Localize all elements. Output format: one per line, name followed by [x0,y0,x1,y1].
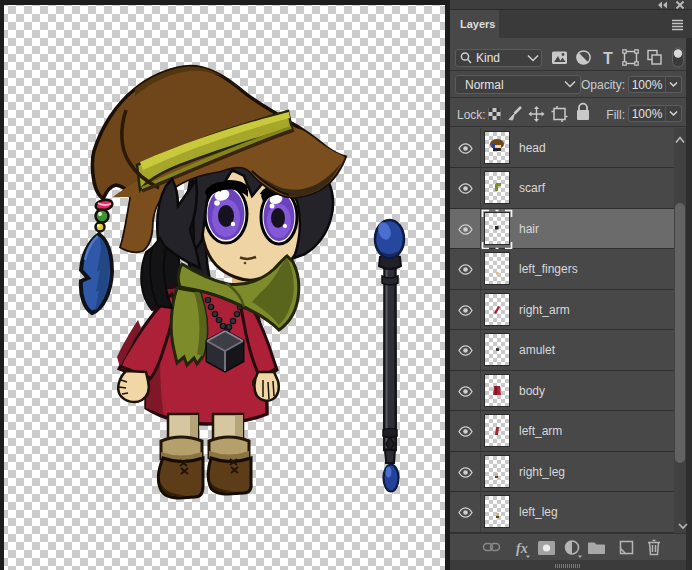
svg-text:T: T [603,50,613,67]
